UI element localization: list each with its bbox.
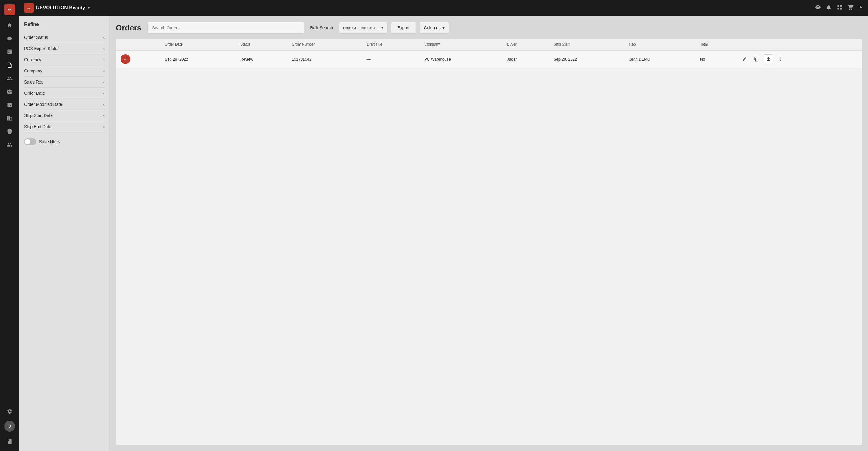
- sort-dropdown[interactable]: Date Created Desc... ▾: [339, 22, 387, 34]
- refine-pos-export-label: POS Export Status: [24, 46, 60, 51]
- table-row[interactable]: J Sep 29, 2022 Review 102731542 — PC War…: [116, 50, 862, 68]
- pos-export-chevron-icon: ‹: [103, 46, 104, 51]
- col-order-number[interactable]: Order Number: [287, 38, 362, 50]
- notifications-icon[interactable]: [826, 4, 832, 12]
- download-button[interactable]: [764, 54, 773, 64]
- refine-currency-label: Currency: [24, 57, 41, 62]
- export-label: Export: [397, 25, 409, 30]
- refine-order-modified-date[interactable]: Order Modified Date ‹: [24, 99, 104, 110]
- export-button[interactable]: Export: [391, 22, 415, 34]
- refine-ship-end-label: Ship End Date: [24, 124, 51, 129]
- main-area: RB REVOLUTION Beauty ▾: [19, 0, 868, 451]
- refine-ship-end-date[interactable]: Ship End Date ‹: [24, 121, 104, 132]
- visibility-icon[interactable]: [815, 4, 821, 12]
- order-date-chevron-icon: ‹: [103, 91, 104, 96]
- sidebar-item-home[interactable]: [2, 19, 17, 31]
- sidebar-item-products[interactable]: [2, 86, 17, 98]
- refine-sales-rep[interactable]: Sales Rep ‹: [24, 77, 104, 88]
- refine-order-date-label: Order Date: [24, 91, 45, 96]
- row-order-date: Sep 29, 2022: [160, 50, 236, 68]
- refine-order-date[interactable]: Order Date ‹: [24, 88, 104, 99]
- col-company[interactable]: Company: [420, 38, 502, 50]
- brand-button[interactable]: RB REVOLUTION Beauty ▾: [24, 3, 90, 13]
- sort-label: Date Created Desc...: [343, 26, 379, 30]
- col-ship-start[interactable]: Ship Start: [549, 38, 624, 50]
- sidebar-item-settings[interactable]: [2, 405, 17, 417]
- col-buyer[interactable]: Buyer: [502, 38, 549, 50]
- refine-ship-start-label: Ship Start Date: [24, 113, 53, 118]
- currency-chevron-icon: ‹: [103, 57, 104, 62]
- more-actions-button[interactable]: [776, 54, 785, 64]
- brand-label: REVOLUTION Beauty: [36, 5, 85, 10]
- grid-icon[interactable]: [837, 4, 843, 12]
- refine-ship-start-date[interactable]: Ship Start Date ‹: [24, 110, 104, 121]
- col-status[interactable]: Status: [236, 38, 287, 50]
- refine-company-label: Company: [24, 68, 42, 73]
- row-company: PC Warehouse: [420, 50, 502, 68]
- brand-chevron-icon: ▾: [88, 6, 90, 10]
- refine-pos-export-status[interactable]: POS Export Status ‹: [24, 43, 104, 54]
- col-avatar: [116, 38, 160, 50]
- topbar: RB REVOLUTION Beauty ▾: [19, 0, 868, 16]
- company-chevron-icon: ‹: [103, 68, 104, 73]
- sidebar-item-media[interactable]: [2, 99, 17, 111]
- col-order-date[interactable]: Order Date: [160, 38, 236, 50]
- sidebar-item-orders[interactable]: [2, 59, 17, 71]
- sidebar: RB J: [0, 0, 19, 451]
- row-total: No: [695, 50, 735, 68]
- refine-company[interactable]: Company ‹: [24, 65, 104, 77]
- refine-title: Refine: [24, 22, 104, 27]
- orders-panel: Orders Bulk Search Date Created Desc... …: [110, 16, 868, 451]
- topbar-actions: [815, 4, 863, 12]
- save-filters-row: Save filters: [24, 139, 104, 145]
- col-rep[interactable]: Rep: [624, 38, 695, 50]
- bulk-search-button[interactable]: Bulk Search: [308, 25, 335, 30]
- sidebar-item-reports[interactable]: [2, 46, 17, 58]
- orders-table-container: Order Date Status Order Number Draft Tit…: [116, 38, 862, 445]
- row-actions-cell: [735, 50, 862, 68]
- row-rep: Jenn DEMO: [624, 50, 695, 68]
- orders-title: Orders: [116, 23, 141, 33]
- sidebar-item-people[interactable]: [2, 72, 17, 84]
- sidebar-item-access[interactable]: [2, 125, 17, 138]
- search-input[interactable]: [147, 22, 304, 34]
- sales-rep-chevron-icon: ‹: [103, 80, 104, 84]
- row-order-number: 102731542: [287, 50, 362, 68]
- toggle-knob: [25, 139, 30, 144]
- logo-image: RB: [4, 4, 15, 15]
- sidebar-logo[interactable]: RB: [2, 4, 17, 16]
- columns-label: Columns: [424, 25, 441, 30]
- expand-icon[interactable]: [858, 5, 863, 11]
- refine-order-status[interactable]: Order Status ‹: [24, 32, 104, 43]
- orders-header: Orders Bulk Search Date Created Desc... …: [116, 22, 862, 34]
- order-status-chevron-icon: ‹: [103, 35, 104, 40]
- orders-table: Order Date Status Order Number Draft Tit…: [116, 38, 862, 68]
- ship-start-chevron-icon: ‹: [103, 113, 104, 118]
- col-draft-title[interactable]: Draft Title: [362, 38, 420, 50]
- refine-sales-rep-label: Sales Rep: [24, 80, 44, 84]
- cart-icon[interactable]: [847, 4, 854, 12]
- row-avatar-cell: J: [116, 50, 160, 68]
- sidebar-item-vendors[interactable]: [2, 112, 17, 124]
- copy-button[interactable]: [752, 54, 761, 64]
- row-status: Review: [236, 50, 287, 68]
- save-filters-toggle[interactable]: [24, 139, 36, 145]
- order-modified-chevron-icon: ‹: [103, 102, 104, 107]
- row-actions: [740, 54, 857, 64]
- brand-logo: RB: [24, 3, 34, 13]
- sidebar-item-tags[interactable]: [2, 33, 17, 44]
- columns-button[interactable]: Columns ▾: [420, 22, 449, 34]
- row-avatar: J: [121, 54, 130, 64]
- refine-currency[interactable]: Currency ‹: [24, 54, 104, 65]
- user-avatar[interactable]: J: [4, 421, 15, 432]
- ship-end-chevron-icon: ‹: [103, 124, 104, 129]
- col-total[interactable]: Total: [695, 38, 735, 50]
- sidebar-bottom-icon[interactable]: [2, 435, 17, 447]
- svg-text:RB: RB: [8, 9, 11, 11]
- refine-order-status-label: Order Status: [24, 35, 48, 40]
- sidebar-item-connections[interactable]: [2, 139, 17, 151]
- edit-button[interactable]: [740, 54, 749, 64]
- refine-panel: Refine Order Status ‹ POS Export Status …: [19, 16, 110, 451]
- refine-order-modified-date-label: Order Modified Date: [24, 102, 62, 107]
- save-filters-label: Save filters: [39, 139, 60, 144]
